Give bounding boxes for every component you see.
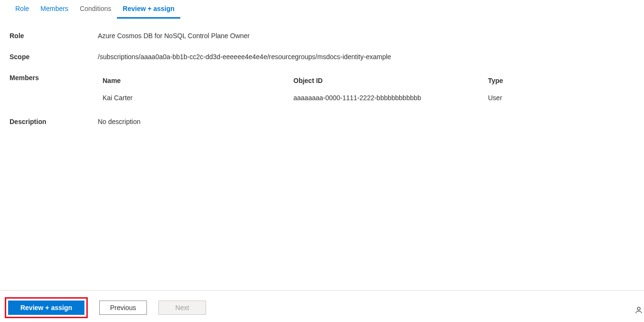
members-header-name: Name [103, 77, 293, 84]
members-table: Name Object ID Type Kai Carter aaaaaaaa-… [98, 74, 634, 104]
value-role: Azure Cosmos DB for NoSQL Control Plane … [98, 32, 634, 40]
highlight-frame: Review + assign [5, 297, 88, 318]
tab-role[interactable]: Role [10, 3, 35, 19]
label-description: Description [10, 118, 98, 125]
review-assign-button[interactable]: Review + assign [8, 301, 84, 315]
label-scope: Scope [10, 53, 98, 61]
label-role: Role [10, 32, 98, 40]
member-type: User [488, 94, 630, 102]
member-objectid: aaaaaaaa-0000-1111-2222-bbbbbbbbbbbb [293, 94, 488, 102]
members-header-objectid: Object ID [293, 77, 488, 84]
tab-members[interactable]: Members [35, 3, 74, 19]
table-row: Kai Carter aaaaaaaa-0000-1111-2222-bbbbb… [98, 91, 634, 104]
members-header-type: Type [488, 77, 630, 84]
svg-point-0 [637, 307, 640, 310]
label-members: Members [10, 74, 98, 82]
next-button: Next [158, 301, 206, 315]
footer-bar: Review + assign Previous Next [0, 290, 644, 322]
previous-button[interactable]: Previous [99, 301, 147, 315]
tab-conditions[interactable]: Conditions [74, 3, 117, 19]
tab-review-assign[interactable]: Review + assign [117, 3, 180, 19]
review-panel: Role Azure Cosmos DB for NoSQL Control P… [0, 19, 644, 125]
feedback-icon[interactable] [634, 306, 643, 314]
value-description: No description [98, 118, 634, 125]
member-name: Kai Carter [103, 94, 293, 102]
value-scope: /subscriptions/aaaa0a0a-bb1b-cc2c-dd3d-e… [98, 53, 634, 61]
tab-bar: Role Members Conditions Review + assign [0, 0, 644, 19]
